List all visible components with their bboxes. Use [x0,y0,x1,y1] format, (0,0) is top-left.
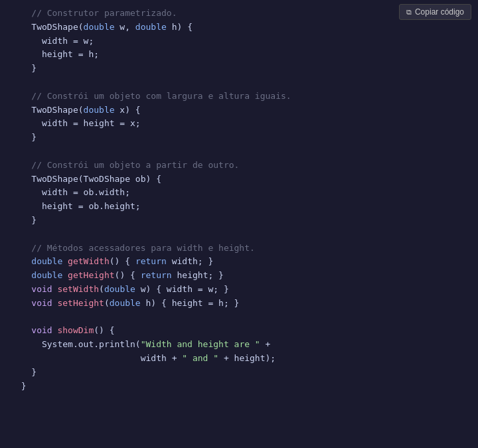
line-23: } [11,367,37,377]
line-13: height = ob.height; [11,201,141,211]
line-7: TwoDShape(double x) { [11,105,141,115]
line-4: height = h; [11,49,99,59]
line-22: width + " and " + height); [11,353,276,363]
line-14: } [11,215,37,225]
code-block: // Construtor parametrizado. TwoDShape(d… [11,7,467,393]
comment-4: // Métodos acessadores para width e heig… [11,243,255,253]
comment-2: // Constrói um objeto com largura e altu… [11,91,291,101]
line-5: } [11,63,37,73]
line-9: } [11,132,37,142]
line-3: width = w; [11,36,94,46]
comment-3: // Constrói um objeto a partir de outro. [11,160,239,170]
code-container: ⧉ Copiar código // Construtor parametriz… [0,0,478,448]
line-11: TwoDShape(TwoDShape ob) { [11,174,161,184]
copy-button-label: Copiar código [415,7,464,17]
copy-icon: ⧉ [406,8,412,17]
line-16: double getWidth() { return width; } [11,256,213,266]
copy-button[interactable]: ⧉ Copiar código [399,4,471,20]
line-12: width = ob.width; [11,187,130,197]
line-8: width = height = x; [11,118,141,128]
comment-1: // Construtor parametrizado. [11,8,177,18]
line-18: void setWidth(double w) { width = w; } [11,284,229,294]
line-2: TwoDShape(double w, double h) { [11,22,193,32]
line-17: double getHeight() { return height; } [11,270,224,280]
line-24: } [11,381,26,391]
line-20: void showDim() { [11,325,115,335]
line-21: System.out.println("Width and height are… [11,339,270,349]
line-19: void setHeight(double h) { height = h; } [11,298,239,308]
